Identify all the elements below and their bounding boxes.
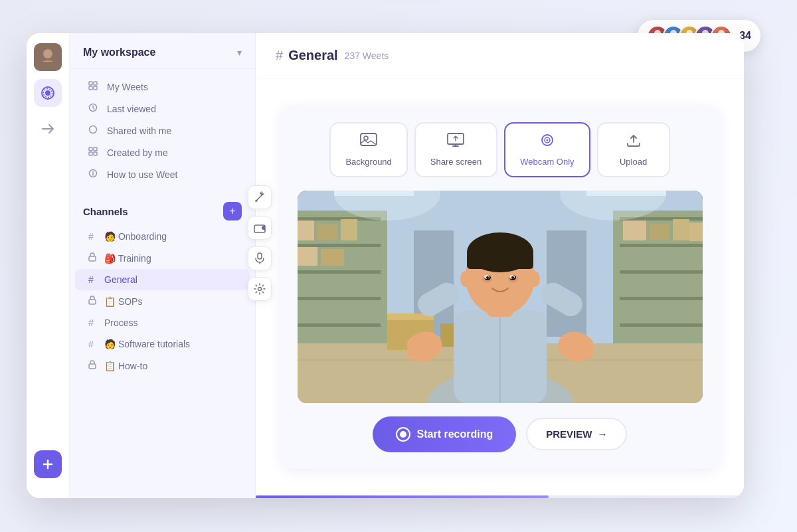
- svg-rect-59: [620, 244, 703, 247]
- svg-rect-50: [298, 297, 381, 300]
- magic-tool-button[interactable]: [248, 185, 272, 209]
- svg-point-92: [555, 327, 593, 365]
- svg-rect-56: [321, 249, 344, 266]
- svg-rect-51: [298, 323, 381, 327]
- camera-tool-button[interactable]: [248, 216, 272, 240]
- channel-hash-icon: #: [276, 48, 283, 63]
- mode-tab-upload[interactable]: Upload: [597, 122, 670, 177]
- channels-header: Channels +: [70, 192, 255, 226]
- workspace-chevron-icon[interactable]: ▾: [237, 47, 242, 58]
- svg-rect-61: [620, 297, 703, 300]
- share-screen-icon: [447, 133, 464, 151]
- svg-point-34: [258, 287, 261, 290]
- svg-point-15: [45, 90, 50, 96]
- sidebar-item-my-weets[interactable]: My Weets: [75, 76, 250, 98]
- sidebar: My workspace ▾ My Weets: [70, 33, 256, 498]
- hash-tutorials-icon: #: [88, 339, 99, 349]
- upload-icon: [625, 133, 642, 151]
- upload-label: Upload: [620, 157, 647, 167]
- video-area: [298, 191, 703, 403]
- channel-training-label: 🎒 Training: [104, 253, 151, 264]
- lock-sops-icon: [88, 296, 99, 307]
- svg-rect-54: [341, 219, 357, 240]
- svg-rect-19: [89, 86, 92, 90]
- weet-icon-button[interactable]: [34, 79, 62, 107]
- background-mode-icon: [360, 133, 377, 151]
- svg-rect-23: [89, 147, 92, 151]
- sidebar-nav: My Weets Last viewed Shared with me: [70, 69, 255, 192]
- channel-onboarding-label: 🧑 Onboarding: [104, 231, 167, 242]
- app-container: My workspace ▾ My Weets: [27, 33, 744, 498]
- hash-process-icon: #: [88, 317, 99, 328]
- background-mode-label: Background: [345, 157, 391, 167]
- svg-point-11: [43, 49, 52, 58]
- channel-process[interactable]: # Process: [75, 312, 250, 333]
- svg-point-36: [364, 136, 368, 140]
- settings-tool-button[interactable]: [248, 277, 272, 301]
- record-indicator: [396, 427, 410, 442]
- share-icon: [88, 125, 100, 136]
- sidebar-item-shared-with-me[interactable]: Shared with me: [75, 120, 250, 141]
- svg-rect-28: [89, 256, 96, 261]
- channel-howto-label: 📋 How-to: [104, 361, 147, 371]
- user-avatar[interactable]: [34, 43, 62, 71]
- mic-tool-button[interactable]: [248, 246, 272, 270]
- lock-howto-icon: [88, 360, 99, 371]
- sidebar-item-last-viewed[interactable]: Last viewed: [75, 98, 250, 120]
- svg-rect-24: [94, 147, 97, 151]
- preview-label: PREVIEW: [546, 428, 592, 440]
- recording-card: Background Share screen: [281, 106, 719, 469]
- clock-icon: [88, 103, 100, 114]
- channel-progress-bar: [256, 495, 549, 498]
- svg-rect-29: [89, 300, 96, 304]
- channel-training[interactable]: 🎒 Training: [75, 247, 250, 269]
- mode-tab-background[interactable]: Background: [329, 122, 407, 177]
- channel-onboarding[interactable]: # 🧑 Onboarding: [75, 226, 250, 247]
- preview-arrow-icon: →: [597, 428, 607, 440]
- preview-button[interactable]: PREVIEW →: [526, 418, 627, 450]
- hash-active-icon: #: [88, 274, 99, 285]
- start-recording-label: Start recording: [417, 428, 493, 440]
- icon-bar: [27, 33, 70, 498]
- channel-tutorials-label: 🧑 Software tutorials: [104, 339, 190, 349]
- mode-tabs: Background Share screen: [298, 122, 703, 177]
- svg-rect-60: [620, 270, 703, 274]
- svg-rect-55: [298, 247, 317, 266]
- svg-rect-18: [94, 82, 97, 85]
- video-toolbar: [248, 185, 272, 301]
- mode-tab-share-screen[interactable]: Share screen: [414, 122, 497, 177]
- svg-marker-32: [262, 225, 265, 230]
- svg-point-87: [486, 276, 489, 279]
- channel-general[interactable]: # General: [75, 269, 250, 290]
- channel-software-tutorials[interactable]: # 🧑 Software tutorials: [75, 333, 250, 355]
- sidebar-item-how-to-use[interactable]: How to use Weet: [75, 163, 250, 185]
- start-recording-button[interactable]: Start recording: [373, 416, 517, 452]
- svg-rect-65: [673, 219, 689, 240]
- channel-general-label: General: [104, 274, 137, 285]
- svg-rect-25: [89, 152, 92, 155]
- webcam-icon: [539, 133, 556, 151]
- svg-rect-17: [89, 82, 92, 85]
- add-button[interactable]: [34, 450, 62, 478]
- recording-panel: Background Share screen: [256, 78, 744, 495]
- channel-sops-label: 📋 SOPs: [104, 296, 142, 307]
- channel-process-label: Process: [104, 317, 138, 328]
- record-dot: [400, 431, 406, 438]
- channel-how-to[interactable]: 📋 How-to: [75, 355, 250, 377]
- svg-rect-91: [537, 278, 586, 320]
- sidebar-item-created-by-me[interactable]: Created by me: [75, 141, 250, 163]
- svg-rect-13: [39, 62, 56, 71]
- svg-rect-62: [620, 323, 703, 327]
- main-content: # General 237 Weets: [256, 33, 744, 498]
- channel-sops[interactable]: 📋 SOPs: [75, 290, 250, 312]
- video-feed: [298, 191, 703, 403]
- send-icon-button[interactable]: [34, 115, 62, 143]
- svg-point-88: [511, 276, 514, 279]
- svg-rect-49: [298, 270, 381, 274]
- workspace-header: My workspace ▾: [70, 46, 255, 69]
- mode-tab-webcam[interactable]: Webcam Only: [504, 122, 590, 177]
- svg-rect-63: [623, 221, 646, 240]
- webcam-label: Webcam Only: [520, 157, 574, 167]
- svg-rect-80: [467, 252, 533, 269]
- add-channel-button[interactable]: +: [223, 202, 242, 221]
